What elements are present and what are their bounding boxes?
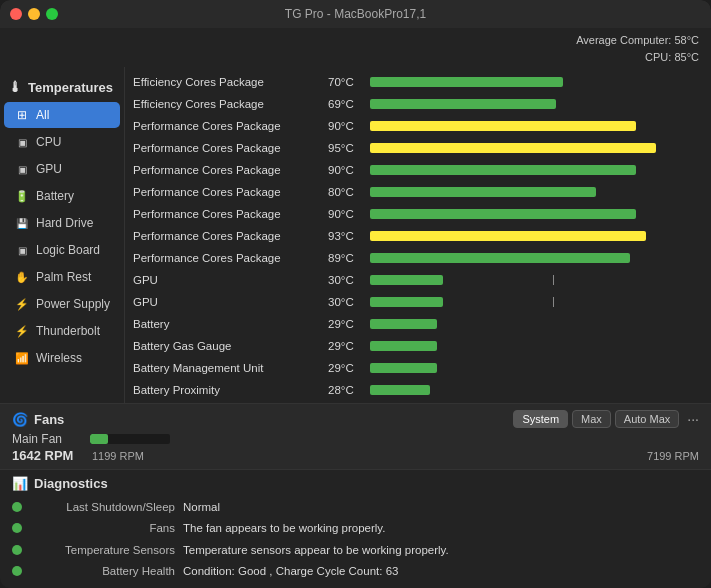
temp-value: 95°C xyxy=(328,142,370,154)
cpu-value: 85°C xyxy=(674,51,699,63)
temp-value: 90°C xyxy=(328,120,370,132)
fan-system-btn[interactable]: System xyxy=(513,410,568,428)
sidebar-section-title: 🌡 Temperatures xyxy=(0,73,124,101)
fan-max-rpm: 7199 RPM xyxy=(647,450,699,462)
temp-value: 29°C xyxy=(328,362,370,374)
fans-title-label: Fans xyxy=(34,412,64,427)
temp-bar xyxy=(370,121,636,131)
diagnostics-section: 📊 Diagnostics Last Shutdown/SleepNormalF… xyxy=(0,470,711,588)
temp-label: Efficiency Cores Package xyxy=(133,98,328,110)
sidebar-item-battery[interactable]: 🔋 Battery xyxy=(4,183,120,209)
diag-value: Normal xyxy=(183,499,220,516)
temp-bar xyxy=(370,385,430,395)
diag-value: Temperature sensors appear to be working… xyxy=(183,542,449,559)
temp-value: 80°C xyxy=(328,186,370,198)
harddrive-icon: 💾 xyxy=(14,215,30,231)
table-row: Performance Cores Package95°C xyxy=(133,137,703,159)
temp-label: Performance Cores Package xyxy=(133,120,328,132)
diag-key: Fans xyxy=(28,520,183,537)
close-button[interactable] xyxy=(10,8,22,20)
sidebar-item-thunderbolt[interactable]: ⚡ Thunderbolt xyxy=(4,318,120,344)
thunderbolt-icon: ⚡ xyxy=(14,323,30,339)
temp-value: 30°C xyxy=(328,274,370,286)
sidebar-item-powersupply-label: Power Supply xyxy=(36,297,110,311)
status-badge xyxy=(12,545,22,555)
temp-value: 90°C xyxy=(328,164,370,176)
fan-rpm-row: 1642 RPM 1199 RPM 7199 RPM xyxy=(12,448,699,463)
minimize-button[interactable] xyxy=(28,8,40,20)
fans-icon: 🌀 xyxy=(12,412,28,427)
temp-value: 93°C xyxy=(328,230,370,242)
sidebar-item-cpu[interactable]: ▣ CPU xyxy=(4,129,120,155)
temp-bar-container xyxy=(370,165,703,175)
sidebar-item-logicboard[interactable]: ▣ Logic Board xyxy=(4,237,120,263)
thermometer-icon: 🌡 xyxy=(8,79,22,95)
temp-bar-container xyxy=(370,231,703,241)
diagnostics-icon: 📊 xyxy=(12,476,28,491)
palmrest-icon: ✋ xyxy=(14,269,30,285)
maximize-button[interactable] xyxy=(46,8,58,20)
list-item: Last Shutdown/SleepNormal xyxy=(12,497,699,518)
temp-value: 69°C xyxy=(328,98,370,110)
temp-label: GPU xyxy=(133,274,328,286)
temp-label: Efficiency Cores Package xyxy=(133,76,328,88)
fans-body: Main Fan xyxy=(12,432,699,446)
temp-bar xyxy=(370,143,656,153)
sidebar-item-cpu-label: CPU xyxy=(36,135,61,149)
sidebar-item-harddrive[interactable]: 💾 Hard Drive xyxy=(4,210,120,236)
fan-min-rpm: 1199 RPM xyxy=(92,450,144,462)
battery-icon: 🔋 xyxy=(14,188,30,204)
diag-key: Last Shutdown/Sleep xyxy=(28,499,183,516)
table-row: Battery Gas Gauge29°C xyxy=(133,335,703,357)
temp-label: Performance Cores Package xyxy=(133,230,328,242)
diag-key: Temperature Sensors xyxy=(28,542,183,559)
bar-divider xyxy=(553,275,554,285)
cpu-label: CPU: xyxy=(645,51,671,63)
sidebar-item-palmrest[interactable]: ✋ Palm Rest xyxy=(4,264,120,290)
temp-bar-container xyxy=(370,253,703,263)
window-title: TG Pro - MacBookPro17,1 xyxy=(285,7,426,21)
sidebar: 🌡 Temperatures ⊞ All ▣ CPU ▣ GPU 🔋 Batte… xyxy=(0,67,125,403)
sidebar-item-thunderbolt-label: Thunderbolt xyxy=(36,324,100,338)
status-badge xyxy=(12,502,22,512)
temp-value: 29°C xyxy=(328,340,370,352)
wireless-icon: 📶 xyxy=(14,350,30,366)
temp-label: Performance Cores Package xyxy=(133,186,328,198)
diagnostics-title: 📊 Diagnostics xyxy=(12,476,699,491)
logicboard-icon: ▣ xyxy=(14,242,30,258)
avg-computer-label: Average Computer: xyxy=(576,34,671,46)
temp-label: Battery xyxy=(133,318,328,330)
temp-bar xyxy=(370,187,596,197)
fan-automax-btn[interactable]: Auto Max xyxy=(615,410,679,428)
fans-more-icon[interactable]: ··· xyxy=(687,411,699,427)
cpu-icon: ▣ xyxy=(14,134,30,150)
bar-divider xyxy=(553,297,554,307)
list-item: FansThe fan appears to be working proper… xyxy=(12,518,699,539)
sidebar-item-powersupply[interactable]: ⚡ Power Supply xyxy=(4,291,120,317)
table-row: GPU30°C xyxy=(133,291,703,313)
table-row: Performance Cores Package93°C xyxy=(133,225,703,247)
fan-max-btn[interactable]: Max xyxy=(572,410,611,428)
temp-bar xyxy=(370,297,443,307)
sidebar-item-all-label: All xyxy=(36,108,49,122)
sidebar-item-battery-label: Battery xyxy=(36,189,74,203)
table-row: Efficiency Cores Package70°C xyxy=(133,71,703,93)
sidebar-item-gpu[interactable]: ▣ GPU xyxy=(4,156,120,182)
temp-value: 30°C xyxy=(328,296,370,308)
table-row: Battery Management Unit29°C xyxy=(133,357,703,379)
avg-computer-value: 58°C xyxy=(674,34,699,46)
sidebar-item-logicboard-label: Logic Board xyxy=(36,243,100,257)
sidebar-item-all[interactable]: ⊞ All xyxy=(4,102,120,128)
temp-bar-container xyxy=(370,319,703,329)
fans-title: 🌀 Fans xyxy=(12,412,64,427)
sidebar-title-label: Temperatures xyxy=(28,80,113,95)
temp-bar xyxy=(370,363,437,373)
fan-name: Main Fan xyxy=(12,432,82,446)
sidebar-item-wireless[interactable]: 📶 Wireless xyxy=(4,345,120,371)
temp-value: 29°C xyxy=(328,318,370,330)
temp-label: Performance Cores Package xyxy=(133,142,328,154)
status-badge xyxy=(12,523,22,533)
temp-bar xyxy=(370,77,563,87)
temp-bar-container xyxy=(370,99,703,109)
temp-label: Performance Cores Package xyxy=(133,164,328,176)
